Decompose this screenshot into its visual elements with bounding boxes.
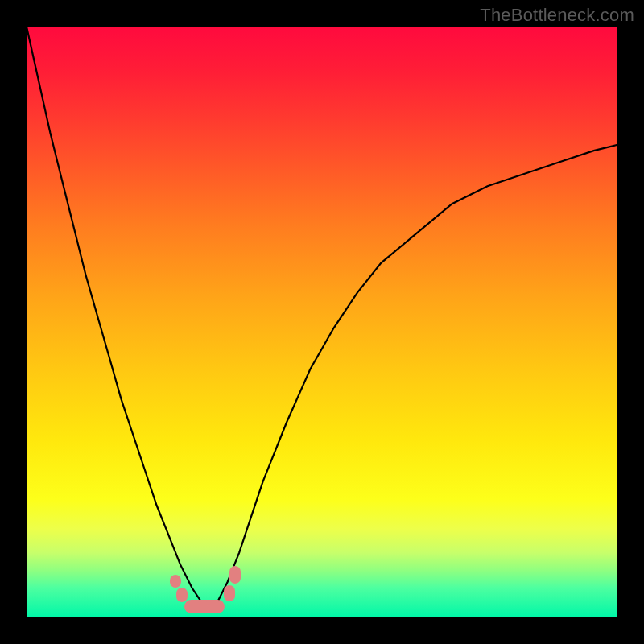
- chart-area: [27, 27, 617, 617]
- marker-left-lower: [176, 588, 188, 602]
- watermark-text: TheBottleneck.com: [480, 5, 634, 26]
- bottleneck-curve: [27, 27, 617, 617]
- marker-left-upper: [170, 575, 181, 588]
- marker-right-upper: [229, 566, 241, 584]
- marker-right-lower: [224, 585, 235, 601]
- marker-bottom-bar: [184, 600, 225, 613]
